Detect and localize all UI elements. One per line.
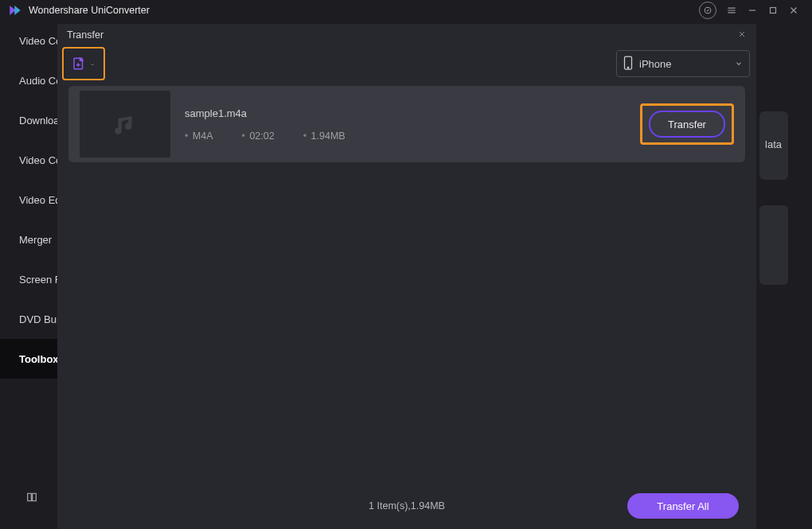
transfer-modal: Transfer iPhone bbox=[57, 24, 756, 529]
file-row: sample1.m4a M4A 02:02 1.94MB Transfer bbox=[68, 86, 745, 162]
file-duration: 02:02 bbox=[242, 130, 275, 142]
modal-close-icon[interactable] bbox=[737, 28, 747, 42]
maximize-icon[interactable] bbox=[763, 0, 783, 21]
modal-footer: 1 Item(s),1.94MB Transfer All bbox=[57, 483, 756, 529]
phone-icon bbox=[623, 56, 633, 72]
file-thumbnail bbox=[80, 91, 170, 158]
transfer-button[interactable]: Transfer bbox=[649, 111, 725, 138]
modal-toolbar: iPhone bbox=[57, 48, 756, 80]
footer-summary: 1 Item(s),1.94MB bbox=[369, 500, 445, 511]
file-details: M4A 02:02 1.94MB bbox=[185, 130, 626, 142]
background-card bbox=[759, 205, 788, 285]
chevron-down-icon bbox=[89, 56, 96, 71]
app-logo-icon bbox=[8, 3, 22, 18]
transfer-button-label: Transfer bbox=[668, 119, 706, 130]
app-window: Wondershare UniConverter Video Converter… bbox=[0, 0, 812, 529]
user-avatar-icon[interactable] bbox=[699, 2, 716, 19]
background-card-text: lata bbox=[765, 138, 782, 150]
menu-icon[interactable] bbox=[721, 0, 742, 21]
bookmark-icon[interactable] bbox=[25, 491, 38, 507]
background-card: lata bbox=[759, 111, 788, 180]
titlebar: Wondershare UniConverter bbox=[0, 0, 812, 21]
minimize-icon[interactable] bbox=[742, 0, 763, 21]
svg-point-4 bbox=[627, 67, 629, 68]
sidebar-item-label: Toolbox bbox=[19, 353, 59, 365]
file-name: sample1.m4a bbox=[185, 107, 626, 119]
transfer-all-label: Transfer All bbox=[657, 500, 709, 512]
file-size: 1.94MB bbox=[303, 130, 345, 142]
sidebar-item-label: Merger bbox=[19, 234, 52, 246]
device-label: iPhone bbox=[639, 58, 671, 70]
add-file-button[interactable] bbox=[62, 47, 105, 80]
chevron-down-icon bbox=[735, 58, 743, 70]
transfer-all-button[interactable]: Transfer All bbox=[627, 493, 739, 519]
file-meta: sample1.m4a M4A 02:02 1.94MB bbox=[185, 107, 626, 142]
modal-header: Transfer bbox=[57, 24, 756, 46]
device-select[interactable]: iPhone bbox=[616, 50, 750, 77]
close-icon[interactable] bbox=[783, 0, 804, 21]
transfer-button-highlight: Transfer bbox=[640, 103, 734, 145]
file-format: M4A bbox=[185, 130, 213, 142]
file-list: sample1.m4a M4A 02:02 1.94MB Transfer bbox=[57, 80, 756, 483]
app-title: Wondershare UniConverter bbox=[29, 5, 150, 16]
svg-rect-1 bbox=[771, 8, 776, 14]
modal-title: Transfer bbox=[67, 29, 103, 41]
